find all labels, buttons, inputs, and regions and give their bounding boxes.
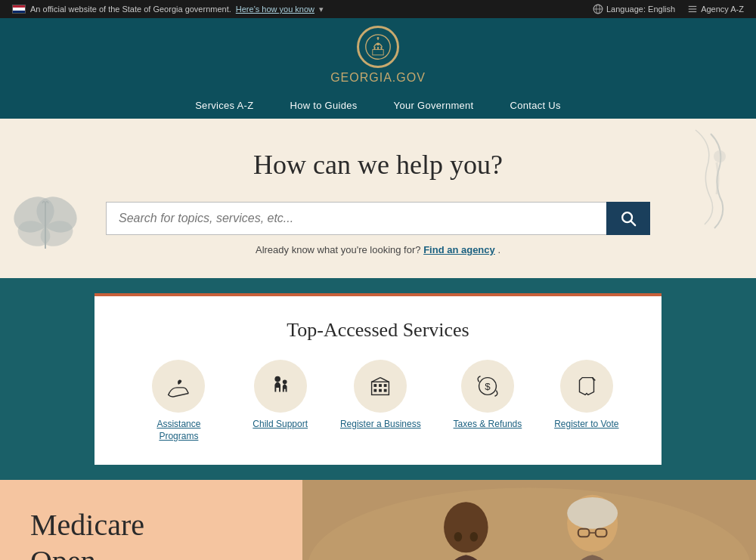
service-item-register-business[interactable]: Register a Business (340, 360, 421, 431)
top-bar-right: Language: English Agency A-Z (593, 4, 744, 14)
svg-rect-10 (381, 47, 383, 50)
taxes-icon: $ (473, 372, 502, 401)
agency-az-label: Agency A-Z (701, 5, 744, 14)
right-decoration (650, 126, 741, 243)
register-business-icon (366, 372, 395, 401)
svg-point-12 (377, 37, 380, 39)
language-selector[interactable]: Language: English (593, 4, 675, 14)
svg-rect-3 (689, 6, 697, 7)
agency-az-link[interactable]: Agency A-Z (687, 4, 744, 14)
services-wrapper: Top-Accessed Services Assistance Program… (0, 278, 756, 480)
nav-how-to-guides[interactable]: How to Guides (271, 92, 375, 119)
taxes-icon-circle: $ (461, 360, 514, 413)
svg-rect-30 (384, 389, 387, 392)
nav-menu: Services A-Z How to Guides Your Governme… (0, 92, 756, 119)
how-to-know-link[interactable]: Here's how you know (236, 5, 314, 14)
nav-your-government[interactable]: Your Government (376, 92, 492, 119)
medicare-title: MedicareOpenEnrollment (30, 507, 272, 560)
svg-line-21 (631, 221, 636, 226)
assistance-label: Assistance Programs (137, 419, 220, 442)
svg-rect-25 (374, 384, 377, 387)
child-support-label: Child Support (253, 419, 308, 431)
hero-title: How can we help you? (91, 149, 665, 181)
svg-rect-5 (689, 11, 697, 12)
svg-rect-26 (379, 384, 382, 387)
search-hint: Already know what you're looking for? Fi… (91, 244, 665, 255)
nav-contact-us[interactable]: Contact Us (492, 92, 579, 119)
search-input[interactable] (106, 202, 606, 235)
vote-icon (572, 372, 601, 401)
assistance-icon-circle (152, 360, 205, 413)
svg-rect-7 (373, 50, 383, 55)
register-business-label: Register a Business (340, 419, 421, 431)
nav-services-az[interactable]: Services A-Z (177, 92, 271, 119)
medicare-text: MedicareOpenEnrollment Protect Your Heal… (0, 480, 302, 560)
top-bar-left: An official website of the State of Geor… (12, 5, 324, 14)
svg-line-32 (380, 378, 389, 382)
medicare-photo (302, 480, 756, 560)
main-nav: GEORGIA.GOV Services A-Z How to Guides Y… (0, 18, 756, 119)
taxes-label: Taxes & Refunds (454, 419, 522, 431)
logo-area: GEORGIA.GOV (330, 26, 426, 85)
butterfly-decoration (8, 188, 83, 271)
svg-rect-4 (689, 8, 697, 9)
search-bar (106, 202, 650, 235)
hint-suffix: . (497, 244, 500, 255)
svg-rect-29 (379, 389, 382, 392)
medicare-image (302, 480, 756, 560)
svg-rect-8 (374, 47, 376, 50)
georgia-seal (357, 26, 399, 68)
register-business-icon-circle (354, 360, 407, 413)
service-item-vote[interactable]: Register to Vote (554, 360, 618, 431)
svg-line-31 (372, 378, 380, 382)
service-item-taxes[interactable]: $ Taxes & Refunds (454, 360, 522, 431)
services-card: Top-Accessed Services Assistance Program… (94, 293, 662, 465)
find-agency-link[interactable]: Find an agency (423, 244, 495, 255)
service-item-assistance[interactable]: Assistance Programs (137, 360, 220, 442)
search-icon (620, 210, 637, 227)
assistance-icon (164, 372, 193, 401)
svg-rect-9 (377, 47, 379, 50)
top-bar: An official website of the State of Geor… (0, 0, 756, 18)
svg-point-22 (274, 376, 280, 382)
svg-text:$: $ (485, 381, 491, 392)
svg-point-13 (376, 43, 380, 46)
child-support-icon (266, 372, 295, 401)
dropdown-arrow-icon: ▾ (319, 5, 324, 14)
language-label: Language: English (606, 5, 675, 14)
brand-name: GEORGIA.GOV (330, 71, 426, 85)
svg-rect-28 (374, 389, 377, 392)
child-support-icon-circle (254, 360, 307, 413)
svg-point-19 (714, 150, 726, 162)
services-title: Top-Accessed Services (125, 319, 631, 342)
medicare-section: MedicareOpenEnrollment Protect Your Heal… (0, 480, 756, 560)
vote-icon-circle (560, 360, 613, 413)
svg-rect-24 (372, 382, 389, 394)
svg-rect-27 (384, 384, 387, 387)
hero-section: How can we help you? Already know what y… (0, 119, 756, 278)
search-button[interactable] (606, 202, 650, 235)
svg-point-23 (283, 379, 287, 384)
services-grid: Assistance Programs Child Support (125, 360, 631, 442)
service-item-child-support[interactable]: Child Support (253, 360, 308, 431)
svg-rect-45 (302, 480, 756, 560)
ga-flag-icon (12, 5, 26, 14)
vote-label: Register to Vote (554, 419, 618, 431)
hint-text: Already know what you're looking for? (256, 244, 421, 255)
official-text: An official website of the State of Geor… (30, 5, 231, 14)
